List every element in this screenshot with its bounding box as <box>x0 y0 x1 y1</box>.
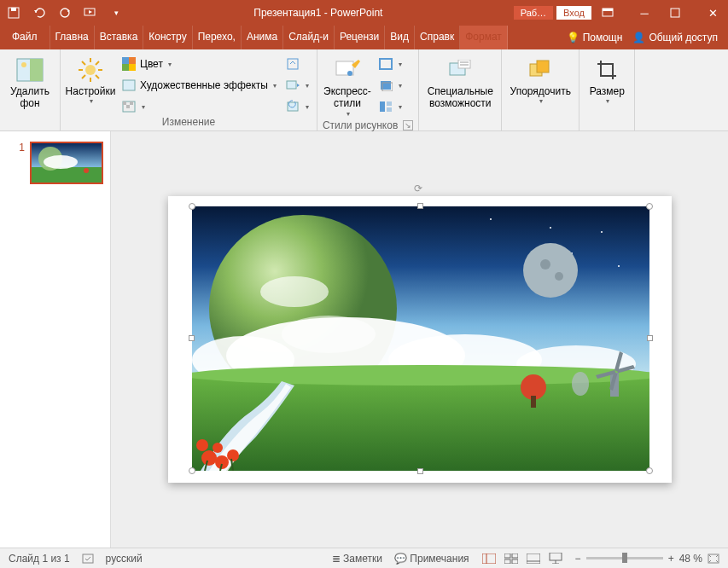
tab-slideshow[interactable]: Слайд-и <box>283 26 335 49</box>
workspace: 1 <box>0 131 728 548</box>
resize-handle-n[interactable] <box>417 203 423 209</box>
close-icon[interactable]: ✕ <box>704 7 721 20</box>
undo-icon[interactable] <box>32 6 46 20</box>
slide-counter[interactable]: Слайд 1 из 1 <box>9 553 70 565</box>
zoom-out-button[interactable]: − <box>575 553 581 565</box>
svg-point-2 <box>61 9 69 17</box>
svg-rect-8 <box>30 59 43 81</box>
dialog-launcher-icon[interactable]: ↘ <box>403 120 413 130</box>
lightbulb-icon: 💡 <box>567 32 579 43</box>
picture-effects-button[interactable]: ▾ <box>376 76 405 95</box>
change-picture-button[interactable]: ▾ <box>282 76 312 95</box>
sign-in-button[interactable]: Вход <box>556 6 591 20</box>
svg-point-52 <box>601 231 603 233</box>
arrange-button[interactable]: Упорядочить▾ <box>507 55 574 107</box>
svg-point-10 <box>85 65 96 75</box>
slide-editor[interactable]: ⟳ <box>111 131 728 548</box>
svg-point-59 <box>523 243 578 298</box>
group-size: Размер▾ <box>579 49 635 130</box>
remove-background-button[interactable]: Удалить фон <box>5 55 55 112</box>
spellcheck-icon[interactable] <box>82 553 94 565</box>
fit-to-window-icon[interactable] <box>708 554 719 564</box>
svg-rect-21 <box>122 64 129 71</box>
crop-icon <box>593 56 620 84</box>
group-label-styles: Стили рисунков <box>323 119 398 131</box>
slide-canvas[interactable]: ⟳ <box>168 196 672 483</box>
color-button[interactable]: Цвет▾ <box>119 55 279 73</box>
svg-rect-81 <box>482 554 496 564</box>
minimize-icon[interactable]: ─ <box>636 7 653 20</box>
resize-handle-e[interactable] <box>647 335 653 341</box>
svg-point-72 <box>201 450 217 466</box>
zoom-level[interactable]: 48 % <box>679 553 702 565</box>
resize-handle-se[interactable] <box>646 467 653 474</box>
zoom-slider[interactable] <box>586 557 663 559</box>
svg-rect-84 <box>512 554 518 558</box>
remove-bg-icon <box>16 56 44 84</box>
artistic-effects-button[interactable]: Художественные эффекты▾ <box>119 76 279 95</box>
language-indicator[interactable]: русский <box>106 553 143 565</box>
slideshow-view-icon[interactable] <box>548 553 563 565</box>
svg-rect-19 <box>122 57 129 64</box>
tab-view[interactable]: Вид <box>385 26 415 49</box>
work-account-button[interactable]: Раб… <box>514 6 553 20</box>
notes-button[interactable]: ≣ Заметки <box>332 553 382 565</box>
zoom-in-button[interactable]: + <box>668 553 674 565</box>
tell-me-button[interactable]: 💡Помощн <box>567 32 623 43</box>
slide-thumbnail-1[interactable] <box>30 142 103 184</box>
reading-view-icon[interactable] <box>526 553 541 565</box>
resize-handle-ne[interactable] <box>646 203 653 210</box>
resize-handle-w[interactable] <box>189 335 195 341</box>
svg-rect-33 <box>380 59 392 69</box>
tab-help[interactable]: Справк <box>415 26 460 49</box>
reset-picture-button[interactable]: ▾ <box>282 97 312 116</box>
quick-styles-button[interactable]: Экспресс- стили▾ <box>323 55 372 119</box>
svg-rect-44 <box>537 61 549 72</box>
comments-button[interactable]: 💬 Примечания <box>394 553 469 565</box>
svg-rect-36 <box>380 101 385 112</box>
tab-design[interactable]: Констру <box>143 26 192 49</box>
svg-rect-26 <box>130 101 133 105</box>
tab-home[interactable]: Главна <box>50 26 95 49</box>
qat-more-icon[interactable]: ▾ <box>109 6 123 20</box>
zoom-controls: − + 48 % <box>575 553 719 565</box>
maximize-icon[interactable] <box>670 8 687 18</box>
svg-point-32 <box>347 71 352 76</box>
reset-icon <box>285 99 300 114</box>
svg-point-53 <box>618 265 620 267</box>
picture-layout-button[interactable]: ▾ <box>376 97 405 116</box>
sorter-view-icon[interactable] <box>504 553 519 565</box>
size-button[interactable]: Размер▾ <box>585 55 629 107</box>
resize-handle-s[interactable] <box>417 468 423 474</box>
redo-icon[interactable] <box>58 6 72 20</box>
change-picture-icon <box>285 78 300 93</box>
title-bar: ▾ Презентация1 - PowerPoint Раб… Вход ─ … <box>0 0 728 26</box>
selected-picture[interactable]: ⟳ <box>192 206 649 471</box>
svg-line-18 <box>82 75 85 78</box>
save-icon[interactable] <box>7 6 20 20</box>
compress-pictures-button[interactable] <box>282 55 312 73</box>
start-slideshow-icon[interactable] <box>84 6 97 20</box>
tab-file[interactable]: Файл <box>0 26 50 49</box>
rotation-handle[interactable]: ⟳ <box>414 183 428 196</box>
corrections-button[interactable]: Настройки▾ <box>66 55 115 107</box>
transparency-button[interactable]: ▾ <box>119 97 279 116</box>
picture-border-button[interactable]: ▾ <box>376 55 405 73</box>
svg-rect-46 <box>32 167 103 184</box>
slide-thumbnails-panel[interactable]: 1 <box>0 131 111 548</box>
accessibility-icon <box>446 56 474 84</box>
tab-insert[interactable]: Вставка <box>95 26 144 49</box>
tab-review[interactable]: Рецензи <box>335 26 385 49</box>
normal-view-icon[interactable] <box>481 553 497 565</box>
svg-rect-1 <box>11 8 16 11</box>
ribbon-display-icon[interactable] <box>602 8 619 18</box>
tab-transitions[interactable]: Перехо, <box>193 26 242 49</box>
svg-point-75 <box>196 439 208 451</box>
alt-text-button[interactable]: Специальные возможности <box>424 55 496 112</box>
tab-format[interactable]: Формат <box>460 26 508 49</box>
tab-animations[interactable]: Анима <box>242 26 283 49</box>
resize-handle-sw[interactable] <box>189 467 195 474</box>
ribbon: Удалить фон Настройки▾ Цвет▾ Художествен… <box>0 49 728 131</box>
share-button[interactable]: 👤Общий доступ <box>632 32 718 43</box>
resize-handle-nw[interactable] <box>189 203 195 210</box>
